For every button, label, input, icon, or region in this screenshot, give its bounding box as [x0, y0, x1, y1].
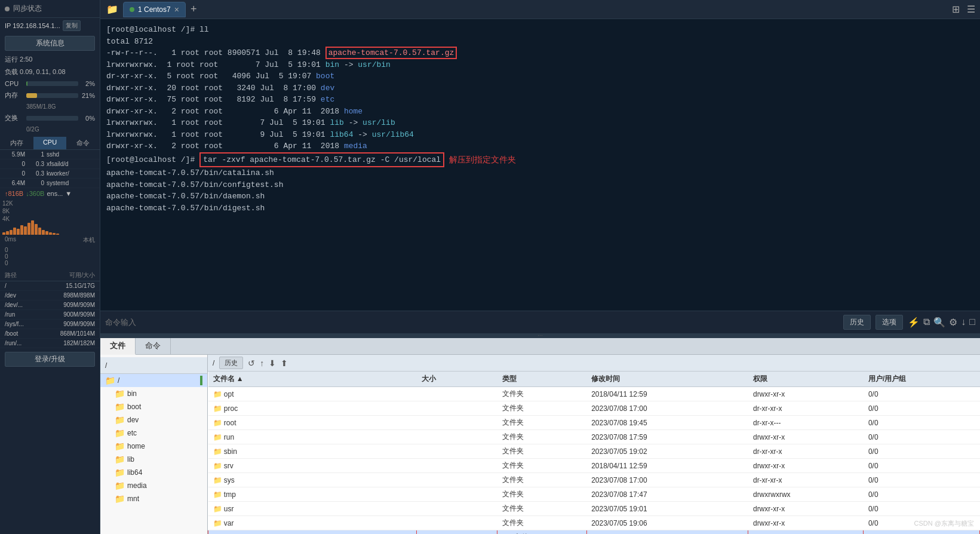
history-btn[interactable]: 历史	[843, 315, 871, 330]
net-expand-icon[interactable]: ▼	[65, 190, 72, 197]
terminal-line: apache-tomcat-7.0.57/bin/digest.sh	[106, 202, 974, 214]
net-down: ↑816B	[5, 190, 23, 197]
tab-bar-right: ⊞ ☰	[950, 2, 978, 16]
tree-item-root[interactable]: 📁 /	[100, 374, 207, 387]
folder-icon: 📁	[115, 389, 125, 398]
sidebar: 同步状态 IP 192.168.154.1... 复制 系统信息 运行 2:50…	[0, 0, 100, 534]
cpu-val: 2%	[81, 80, 95, 87]
tree-item-bin[interactable]: 📁 bin	[100, 387, 207, 400]
terminal-line: lrwxrwxrwx. 1 root root 7 Jul 5 19:01 bi…	[106, 59, 974, 71]
fm-tabs: 文件 命令	[100, 338, 980, 355]
green-bar	[200, 376, 202, 385]
fm-refresh-icon[interactable]: ↺	[248, 358, 255, 368]
file-row[interactable]: 📁 sbin文件夹2023/07/05 19:02dr-xr-xr-x0/0	[208, 444, 980, 459]
terminal-tar-cmd: [root@localhost /]# tar -zxvf apache-tom…	[106, 152, 974, 168]
proc-row: 0 0.3 xfsaild/d	[0, 159, 100, 169]
cmd-input-field[interactable]	[105, 318, 838, 327]
folder-icon: 📁	[115, 415, 125, 425]
terminal-line: -rw-r--r--. 1 root root 8900571 Jul 8 19…	[106, 47, 974, 59]
terminal-line: total 8712	[106, 36, 974, 48]
cmd-input-bar: 历史 选项 ⚡ ⧉ 🔍 ⚙ ↓ □	[100, 311, 980, 333]
mini-chart: 12K 8K 4K	[0, 199, 100, 235]
disk-row: /sys/f...909M/909M	[0, 320, 100, 329]
fm-tab-cmd[interactable]: 命令	[136, 338, 171, 354]
tab-status-dot	[130, 7, 134, 12]
sysinfo-btn[interactable]: 系统信息	[5, 36, 95, 51]
file-row-selected[interactable]: 🗜 apache-tomcat-7.0... 8.5 MB GZ 文件 2023…	[208, 530, 980, 535]
disk-row: /run900M/909M	[0, 310, 100, 320]
download-icon[interactable]: ↓	[961, 317, 966, 328]
uptime-row: 运行 2:50	[0, 53, 100, 66]
tab-mem[interactable]: 内存	[0, 137, 33, 149]
cpu-bar-fill	[26, 81, 27, 86]
proc-row: 6.4M 0 systemd	[0, 179, 100, 188]
tab-cmd[interactable]: 命令	[66, 137, 100, 149]
tree-item-boot[interactable]: 📁 boot	[100, 400, 207, 413]
cmd-icon-group: ⚡ ⧉ 🔍 ⚙ ↓ □	[908, 317, 975, 328]
grid-icon[interactable]: ⊞	[950, 2, 962, 16]
mem-val: 385M/1.8G	[26, 103, 56, 110]
terminal-line: drwxr-xr-x. 2 root root 6 Apr 11 2018 ho…	[106, 106, 974, 118]
net-row: ↑816B ↓360B ens... ▼	[0, 188, 100, 199]
fm-upload-icon[interactable]: ⬆	[281, 358, 288, 368]
process-tabs: 内存 CPU 命令	[0, 137, 100, 150]
tab-add-btn[interactable]: +	[187, 3, 201, 16]
sync-dot	[5, 7, 10, 11]
tab-cpu[interactable]: CPU	[33, 137, 67, 149]
file-row[interactable]: 📁 run文件夹2023/07/08 17:59drwxr-xr-x0/0	[208, 430, 980, 444]
disk-row: /dev/...909M/909M	[0, 300, 100, 310]
fm-up-icon[interactable]: ↑	[260, 358, 264, 368]
tab-bar: 📁 1 Centos7 × + ⊞ ☰	[100, 0, 980, 19]
tree-item-home[interactable]: 📁 home	[100, 440, 207, 453]
fm-history-btn[interactable]: 历史	[219, 357, 243, 369]
col-type: 类型	[497, 372, 587, 387]
col-mtime: 修改时间	[586, 372, 748, 387]
file-row[interactable]: 📁 tmp文件夹2023/07/08 17:47drwxrwxrwx0/0	[208, 487, 980, 502]
annotation-text: 解压到指定文件夹	[449, 154, 516, 166]
file-row[interactable]: 📁 usr文件夹2023/07/05 19:01drwxr-xr-x0/0	[208, 502, 980, 516]
lightning-icon[interactable]: ⚡	[908, 317, 920, 328]
fm-tab-files[interactable]: 文件	[100, 338, 136, 355]
file-row[interactable]: 📁 sys文件夹2023/07/08 17:00dr-xr-xr-x0/0	[208, 473, 980, 487]
folder-icon: 📁	[115, 468, 125, 477]
fm-download-icon[interactable]: ⬇	[269, 358, 276, 368]
tab-close-btn[interactable]: ×	[174, 5, 179, 14]
terminal-line: drwxr-xr-x. 2 root root 6 Apr 11 2018 me…	[106, 140, 974, 152]
fm-files-toolbar: / 历史 ↺ ↑ ⬇ ⬆	[208, 355, 980, 372]
search-icon[interactable]: 🔍	[933, 317, 945, 328]
mem-pct: 21%	[81, 92, 95, 99]
file-row[interactable]: 📁 srv文件夹2018/04/11 12:59drwxr-xr-x0/0	[208, 459, 980, 473]
load-label: 负载 0.09, 0.11, 0.08	[5, 67, 66, 76]
menu-icon[interactable]: ☰	[964, 2, 978, 16]
folder-icon: 📁	[115, 441, 125, 451]
file-row[interactable]: 📁 root文件夹2023/07/08 19:45dr-xr-x---0/0	[208, 416, 980, 430]
tab-centos7[interactable]: 1 Centos7 ×	[123, 2, 186, 17]
file-row[interactable]: 📁 opt文件夹2018/04/11 12:59drwxr-xr-x0/0	[208, 387, 980, 401]
terminal-line: [root@localhost /]# ll	[106, 24, 974, 36]
options-btn[interactable]: 选项	[875, 315, 903, 330]
tree-item-etc[interactable]: 📁 etc	[100, 426, 207, 440]
fm-current-path: /	[213, 359, 214, 367]
fullscreen-icon[interactable]: □	[969, 317, 975, 328]
tree-item-dev[interactable]: 📁 dev	[100, 413, 207, 426]
mem-bar-fill	[26, 93, 37, 98]
file-table: 文件名 ▲ 大小 类型 修改时间 权限 用户/用户组 📁 opt文件夹2018/…	[208, 372, 980, 534]
copy-icon[interactable]: ⧉	[923, 317, 930, 328]
login-btn[interactable]: 登录/升级	[5, 352, 95, 367]
sync-label: 同步状态	[13, 4, 42, 14]
file-row[interactable]: 📁 proc文件夹2023/07/08 17:00dr-xr-xr-x0/0	[208, 401, 980, 416]
copy-btn[interactable]: 复制	[63, 20, 81, 31]
terminal[interactable]: [root@localhost /]# ll total 8712 -rw-r-…	[100, 19, 980, 311]
tree-item-lib64[interactable]: 📁 lib64	[100, 466, 207, 479]
file-row[interactable]: 📁 var文件夹2023/07/05 19:06drwxr-xr-x0/0	[208, 516, 980, 530]
tree-item-lib[interactable]: 📁 lib	[100, 453, 207, 466]
folder-icon: 📁	[115, 402, 125, 412]
ip-text: IP 192.168.154.1...	[5, 22, 60, 29]
folder-icon[interactable]: 📁	[103, 4, 122, 15]
tree-item-media[interactable]: 📁 media	[100, 479, 207, 492]
sync-status: 同步状态	[0, 0, 100, 18]
terminal-line: apache-tomcat-7.0.57/bin/catalina.sh	[106, 167, 974, 179]
settings-icon[interactable]: ⚙	[949, 317, 957, 328]
cpu-label: CPU	[5, 80, 24, 87]
tree-item-mnt[interactable]: 📁 mnt	[100, 492, 207, 505]
